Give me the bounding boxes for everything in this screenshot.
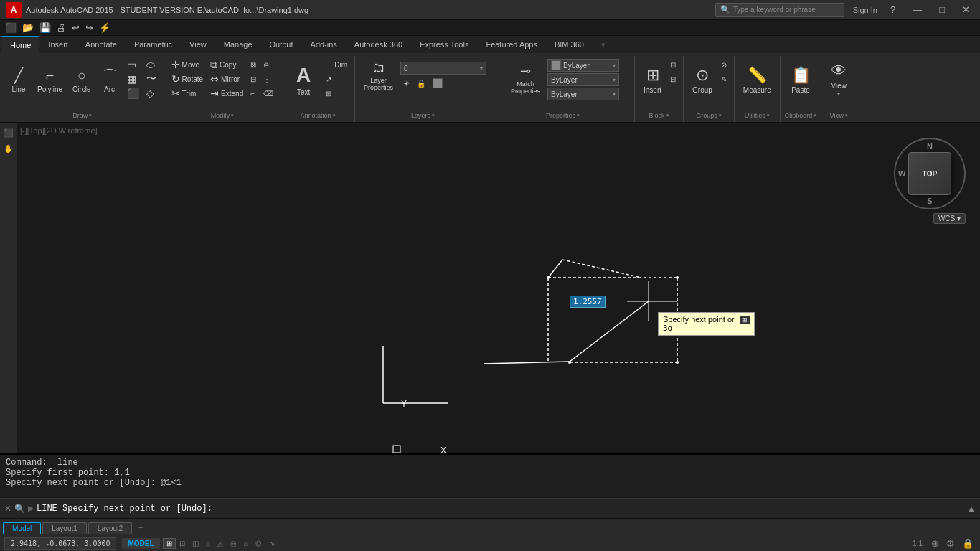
insert-button[interactable]: ⊞ Insert [639, 57, 666, 103]
tab-featured[interactable]: Featured Apps [477, 36, 546, 53]
fillet-btn[interactable]: ⌐ [248, 86, 259, 100]
command-input-field[interactable] [37, 504, 964, 514]
min-btn[interactable]: — [908, 4, 926, 15]
length-input-box[interactable]: 1.2557 [570, 296, 606, 308]
tab-layout2[interactable]: Layout2 [88, 522, 133, 534]
qa-undo-btn[interactable]: ↩ [70, 22, 82, 33]
polyline-button[interactable]: ⌐ Polyline [33, 57, 67, 103]
view-cube[interactable]: TOP [908, 152, 951, 195]
scale-display[interactable]: 1:1 [909, 538, 926, 549]
erase-btn[interactable]: ⌫ [260, 86, 276, 100]
canvas-area[interactable]: [-][Top][2D Wireframe] Y X [17, 123, 980, 453]
qa-save-btn[interactable]: 💾 [37, 22, 53, 33]
status-plus-btn[interactable]: ⊕ [929, 538, 941, 549]
rotate-button[interactable]: ↻ Rotate [169, 72, 206, 86]
polar-btn[interactable]: ⟂ [202, 538, 214, 549]
layers-expand-arrow[interactable]: ▾ [432, 113, 435, 118]
cmd-close-icon[interactable]: ✕ [4, 504, 11, 514]
cmd-expand-icon[interactable]: ▲ [967, 504, 976, 514]
qa-print-btn[interactable]: 🖨 [55, 22, 68, 33]
close-btn[interactable]: ✕ [958, 4, 974, 15]
tab-output[interactable]: Output [261, 36, 302, 53]
properties-expand-arrow[interactable]: ▾ [577, 113, 580, 118]
measure-button[interactable]: 📏 Measure [739, 57, 776, 103]
utilities-expand-arrow[interactable]: ▾ [767, 113, 770, 118]
layer-color-btn[interactable] [430, 76, 446, 90]
lineweight-dropdown[interactable]: ByLayer ▾ [547, 88, 619, 100]
region-btn[interactable]: ◇ [143, 86, 159, 100]
spline-btn[interactable]: 〜 [143, 72, 159, 86]
tab-layout1[interactable]: Layout1 [42, 522, 87, 534]
wcs-label[interactable]: WCS ▾ [933, 213, 966, 224]
tab-manage[interactable]: Manage [215, 36, 261, 53]
tab-add-btn[interactable]: + [133, 522, 148, 534]
model-indicator[interactable]: MODEL [122, 538, 159, 549]
tab-insert[interactable]: Insert [39, 36, 77, 53]
lw-btn[interactable]: ∿ [265, 538, 278, 549]
view-btn[interactable]: 👁 View ▾ [826, 57, 852, 103]
group-edit-btn[interactable]: ✎ [718, 72, 730, 86]
gradient-btn[interactable]: ⬛ [124, 86, 142, 100]
mirror-button[interactable]: ⇔ Mirror [207, 72, 246, 86]
tab-parametric[interactable]: Parametric [126, 36, 181, 53]
snap-btn[interactable]: ⊡ [176, 538, 189, 549]
table-btn[interactable]: ⊞ [323, 86, 350, 100]
clipboard-expand-arrow[interactable]: ▾ [814, 113, 816, 118]
grid-btn[interactable]: ⊞ [163, 538, 176, 549]
ducs-btn[interactable]: ⌂ [240, 538, 252, 549]
group-button[interactable]: ⊙ Group [688, 57, 717, 103]
layer-properties-button[interactable]: 🗂 LayerProperties [359, 59, 397, 93]
tab-express[interactable]: Express Tools [411, 36, 477, 53]
status-lock-btn[interactable]: 🔒 [960, 538, 976, 549]
draw-expand-arrow[interactable]: ▾ [89, 113, 92, 118]
stretch-btn[interactable]: ⊟ [248, 72, 259, 86]
create-block-btn[interactable]: ⊡ [667, 57, 679, 72]
layer-freeze-btn[interactable]: ☀ [400, 76, 413, 90]
linetype-dropdown[interactable]: ByLayer ▾ [547, 73, 619, 86]
ellipse-btn[interactable]: ⬭ [143, 57, 159, 72]
dimension-btn[interactable]: ⊣ Dim [323, 57, 350, 72]
tab-home[interactable]: Home [1, 36, 39, 53]
layer-lock-btn[interactable]: 🔓 [414, 76, 428, 90]
scale-btn[interactable]: ⊠ [248, 57, 259, 72]
extend-button[interactable]: ⇥ Extend [207, 86, 246, 100]
line-button[interactable]: ╱ Line [6, 57, 32, 103]
groups-expand-arrow[interactable]: ▾ [719, 113, 722, 118]
otrack-btn[interactable]: ◎ [227, 538, 240, 549]
tab-annotate[interactable]: Annotate [77, 36, 126, 53]
ungroup-btn[interactable]: ⊘ [718, 57, 730, 72]
tab-a360[interactable]: Autodesk 360 [346, 36, 411, 53]
max-btn[interactable]: □ [935, 4, 949, 15]
view-expand-arrow[interactable]: ▾ [845, 113, 848, 118]
ortho-btn[interactable]: ◫ [189, 538, 202, 549]
leader-btn[interactable]: ↗ [323, 72, 350, 86]
copy-button[interactable]: ⧉ Copy [207, 57, 246, 72]
dyn-btn[interactable]: ⌬ [252, 538, 265, 549]
tab-model[interactable]: Model [3, 522, 41, 534]
match-properties-button[interactable]: ⊸ MatchProperties [507, 62, 545, 97]
compass-ring[interactable]: N S W TOP [894, 138, 966, 209]
array-btn[interactable]: ⋮ [260, 72, 276, 86]
paste-button[interactable]: 📋 Paste [787, 57, 815, 103]
hatch-btn[interactable]: ▦ [124, 72, 142, 86]
trim-button[interactable]: ✂ Trim [169, 86, 206, 100]
layer-dropdown[interactable]: 0 ▾ [400, 62, 486, 75]
search-box[interactable]: 🔍 Type a keyword or phrase [715, 3, 844, 17]
move-button[interactable]: ✛ Move [169, 57, 206, 72]
qa-new-btn[interactable]: ⬛ [3, 22, 19, 33]
status-gear-btn[interactable]: ⚙ [944, 538, 957, 549]
qa-open-btn[interactable]: 📂 [20, 22, 36, 33]
cmd-search-icon[interactable]: 🔍 [14, 504, 25, 514]
tab-addins[interactable]: Add-ins [302, 36, 346, 53]
circle-button[interactable]: ○ Circle [68, 57, 95, 103]
annotation-expand-arrow[interactable]: ▾ [333, 113, 336, 118]
define-attr-btn[interactable]: ⊟ [667, 72, 679, 86]
tab-view[interactable]: View [181, 36, 215, 53]
rectangle-btn[interactable]: ▭ [124, 57, 142, 72]
block-expand-arrow[interactable]: ▾ [666, 113, 669, 118]
pan-icon-btn[interactable]: ✋ [2, 142, 15, 155]
tab-bim360[interactable]: BIM 360 [546, 36, 593, 53]
tab-more[interactable]: ▾ [593, 36, 614, 53]
osnap-btn[interactable]: △ [214, 538, 227, 549]
text-button[interactable]: A Text [286, 57, 321, 103]
